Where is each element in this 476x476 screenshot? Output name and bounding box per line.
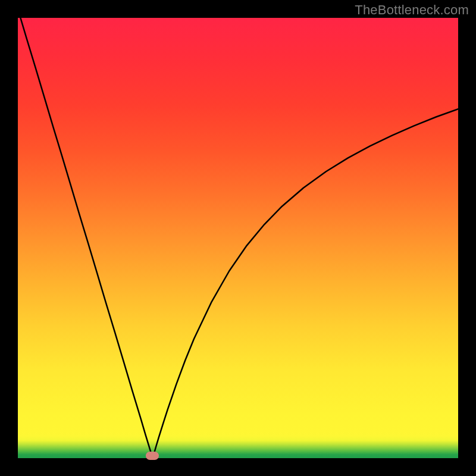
- chart-marker: [146, 452, 159, 460]
- chart-curve: [18, 18, 458, 458]
- chart-plot-area: [18, 18, 458, 458]
- watermark-label: TheBottleneck.com: [355, 2, 469, 18]
- chart-frame: TheBottleneck.com: [0, 0, 476, 476]
